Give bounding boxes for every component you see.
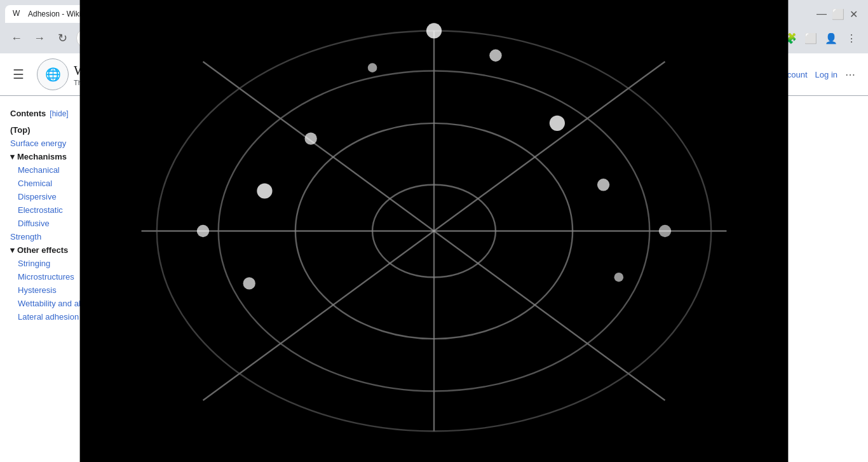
svg-rect-0	[626, 370, 772, 462]
wiki-main: Contents [hide] (Top) Surface energy ▾ M…	[0, 96, 868, 462]
spider-web-svg	[626, 370, 772, 462]
content-inner: Part of a series on Continuum mechanics …	[181, 96, 791, 462]
wiki-page: ☰ 🌐 Wikipedia The Free Encyclopedia 🔍 Se…	[0, 53, 868, 462]
content-area: Part of a series on Continuum mechanics …	[181, 96, 868, 462]
article-image	[626, 370, 772, 462]
